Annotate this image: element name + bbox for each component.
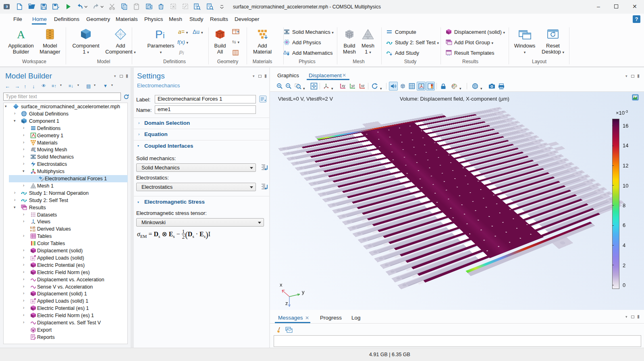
- svg-text:P: P: [155, 28, 163, 41]
- svg-text:A: A: [17, 28, 25, 40]
- svg-text:8.85: 8.85: [30, 226, 35, 229]
- svg-text:i: i: [163, 31, 165, 40]
- svg-text:xy: xy: [342, 84, 345, 88]
- svg-text:yz: yz: [351, 84, 355, 88]
- svg-text:xz: xz: [361, 84, 365, 88]
- svg-text:y: y: [302, 289, 305, 295]
- svg-text:x: x: [280, 282, 283, 288]
- svg-text:z: z: [285, 300, 288, 306]
- svg-text:e-12: e-12: [30, 229, 35, 232]
